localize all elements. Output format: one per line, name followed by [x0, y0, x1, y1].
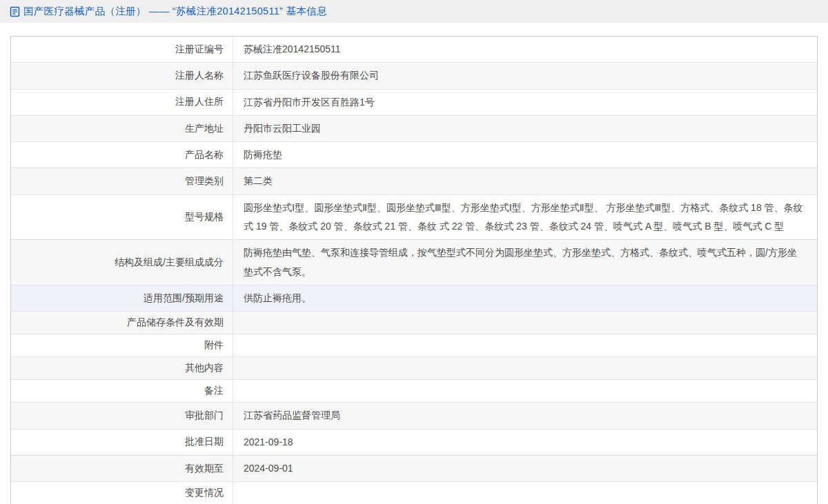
- row-value: [233, 312, 817, 334]
- row-value-text: 江苏鱼跃医疗设备股份有限公司: [244, 66, 379, 85]
- table-row: 适用范围/预期用途 供防止褥疮用。: [11, 285, 817, 312]
- table-row: 注册证编号 苏械注准20142150511: [11, 37, 817, 63]
- row-value: 2024-09-01: [233, 456, 817, 481]
- row-value-text: 江苏省药品监督管理局: [244, 406, 340, 425]
- row-value: [233, 482, 817, 504]
- table-row: 型号规格 圆形坐垫式Ⅰ型、圆形坐垫式Ⅱ型、圆形坐垫式Ⅲ型、方形坐垫式Ⅰ型、方形坐…: [11, 195, 817, 241]
- row-value: 江苏鱼跃医疗设备股份有限公司: [233, 63, 817, 88]
- row-label-text: 其他内容: [185, 362, 224, 374]
- table-row: 其他内容: [11, 357, 817, 380]
- row-label-text: 管理类别: [185, 175, 224, 188]
- row-label-text: 型号规格: [185, 211, 224, 223]
- row-value: [233, 380, 817, 402]
- row-value-text: 2021-09-18: [244, 433, 293, 452]
- row-label: 有效期至: [11, 456, 233, 481]
- row-value: [233, 357, 817, 379]
- page-title: 国产医疗器械产品（注册） —— “苏械注准20142150511” 基本信息: [23, 5, 327, 18]
- row-value: 苏械注准20142150511: [233, 37, 817, 62]
- row-label: 产品储存条件及有效期: [11, 312, 233, 334]
- row-label: 管理类别: [11, 168, 233, 194]
- row-value-text: 防褥疮垫由气垫、气泵和连接导管组成，按气垫型式不同分为圆形坐垫式、方形坐垫式、方…: [244, 243, 806, 281]
- table-row: 结构及组成/主要组成成分 防褥疮垫由气垫、气泵和连接导管组成，按气垫型式不同分为…: [11, 240, 817, 285]
- table-row: 产品名称 防褥疮垫: [11, 142, 817, 168]
- page-header: 国产医疗器械产品（注册） —— “苏械注准20142150511” 基本信息: [0, 0, 828, 23]
- table-row: 产品储存条件及有效期: [11, 312, 817, 334]
- row-label: 其他内容: [11, 357, 233, 379]
- row-value-text: 第二类: [244, 172, 273, 190]
- row-label-text: 审批部门: [185, 410, 224, 422]
- table-row: 注册人住所 江苏省丹阳市开发区百胜路1号: [11, 90, 817, 116]
- row-label: 生产地址: [11, 116, 233, 141]
- registration-info-table: 注册证编号 苏械注准20142150511 注册人名称 江苏鱼跃医疗设备股份有限…: [10, 36, 818, 504]
- table-row: 生产地址 丹阳市云阳工业园: [11, 116, 817, 142]
- row-value: [233, 334, 817, 356]
- row-label-text: 产品名称: [185, 149, 224, 161]
- table-row: 注册人名称 江苏鱼跃医疗设备股份有限公司: [11, 63, 817, 89]
- table-row: 变更情况: [11, 482, 817, 504]
- row-value-text: 丹阳市云阳工业园: [244, 119, 321, 138]
- row-value: 江苏省药品监督管理局: [233, 403, 817, 428]
- row-label: 适用范围/预期用途: [11, 285, 233, 311]
- row-label: 审批部门: [11, 403, 233, 428]
- row-value: 圆形坐垫式Ⅰ型、圆形坐垫式Ⅱ型、圆形坐垫式Ⅲ型、方形坐垫式Ⅰ型、方形坐垫式Ⅱ型、…: [233, 195, 817, 240]
- row-value: 江苏省丹阳市开发区百胜路1号: [233, 90, 817, 115]
- row-value: 2021-09-18: [233, 430, 817, 455]
- row-value: 防褥疮垫由气垫、气泵和连接导管组成，按气垫型式不同分为圆形坐垫式、方形坐垫式、方…: [233, 240, 817, 285]
- table-row: 审批部门 江苏省药品监督管理局: [11, 403, 817, 429]
- row-label-text: 备注: [204, 385, 224, 397]
- row-label-text: 注册人名称: [175, 70, 224, 82]
- row-label: 注册证编号: [11, 37, 233, 62]
- document-icon: [10, 6, 20, 17]
- row-label-text: 注册人住所: [175, 96, 224, 108]
- row-label-text: 注册证编号: [175, 43, 224, 56]
- row-value: 第二类: [233, 168, 817, 194]
- table-row: 有效期至 2024-09-01: [11, 456, 817, 482]
- row-value-text: 2024-09-01: [244, 459, 293, 478]
- row-value-text: 防褥疮垫: [244, 145, 282, 164]
- row-label: 注册人名称: [11, 63, 233, 88]
- row-value: 防褥疮垫: [233, 142, 817, 168]
- row-label-text: 有效期至: [185, 463, 224, 475]
- row-label: 结构及组成/主要组成成分: [11, 240, 233, 285]
- row-label: 批准日期: [11, 430, 233, 455]
- row-value-text: 江苏省丹阳市开发区百胜路1号: [244, 93, 375, 112]
- row-label-text: 变更情况: [185, 487, 224, 499]
- row-label: 附件: [11, 334, 233, 356]
- row-label: 注册人住所: [11, 90, 233, 115]
- table-row: 附件: [11, 334, 817, 357]
- row-label-text: 结构及组成/主要组成成分: [115, 256, 224, 269]
- row-label-text: 适用范围/预期用途: [144, 292, 224, 305]
- row-label: 备注: [11, 380, 233, 402]
- row-value-text: 苏械注准20142150511: [244, 40, 341, 59]
- row-value-text: 供防止褥疮用。: [244, 289, 311, 308]
- row-label: 变更情况: [11, 482, 233, 504]
- row-value-text: 圆形坐垫式Ⅰ型、圆形坐垫式Ⅱ型、圆形坐垫式Ⅲ型、方形坐垫式Ⅰ型、方形坐垫式Ⅱ型、…: [244, 199, 806, 236]
- row-label: 型号规格: [11, 195, 233, 240]
- row-value: 供防止褥疮用。: [233, 285, 817, 311]
- table-row: 批准日期 2021-09-18: [11, 430, 817, 456]
- row-label-text: 批准日期: [185, 436, 224, 448]
- row-label-text: 生产地址: [185, 123, 224, 135]
- row-value: 丹阳市云阳工业园: [233, 116, 817, 141]
- table-row: 管理类别 第二类: [11, 168, 817, 194]
- row-label-text: 附件: [204, 339, 224, 352]
- row-label: 产品名称: [11, 142, 233, 168]
- table-row: 备注: [11, 380, 817, 403]
- row-label-text: 产品储存条件及有效期: [127, 316, 224, 329]
